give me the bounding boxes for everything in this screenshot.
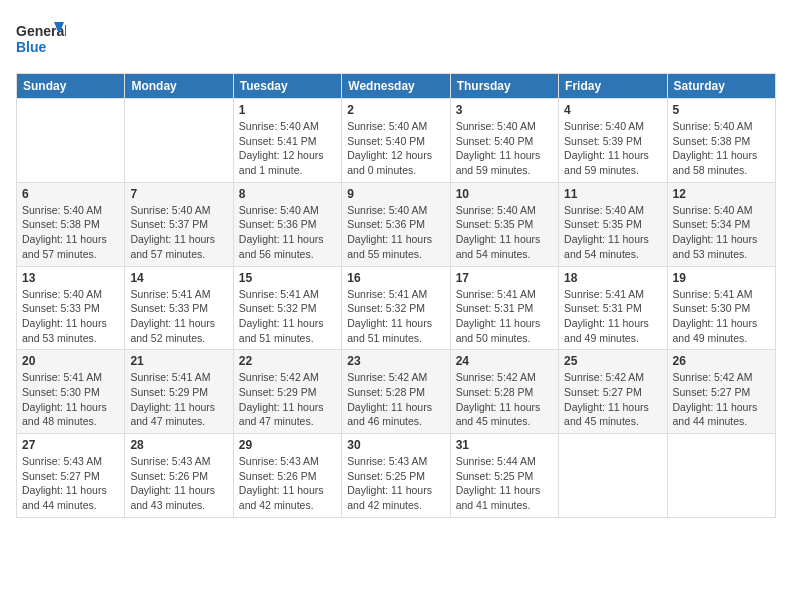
- header-saturday: Saturday: [667, 74, 775, 99]
- calendar-cell: 5Sunrise: 5:40 AM Sunset: 5:38 PM Daylig…: [667, 99, 775, 183]
- calendar-cell: 20Sunrise: 5:41 AM Sunset: 5:30 PM Dayli…: [17, 350, 125, 434]
- day-info: Sunrise: 5:44 AM Sunset: 5:25 PM Dayligh…: [456, 454, 553, 513]
- header-wednesday: Wednesday: [342, 74, 450, 99]
- week-row-0: 1Sunrise: 5:40 AM Sunset: 5:41 PM Daylig…: [17, 99, 776, 183]
- day-number: 12: [673, 187, 770, 201]
- header-monday: Monday: [125, 74, 233, 99]
- day-info: Sunrise: 5:42 AM Sunset: 5:27 PM Dayligh…: [673, 370, 770, 429]
- day-number: 23: [347, 354, 444, 368]
- day-number: 17: [456, 271, 553, 285]
- day-info: Sunrise: 5:40 AM Sunset: 5:38 PM Dayligh…: [673, 119, 770, 178]
- day-info: Sunrise: 5:43 AM Sunset: 5:25 PM Dayligh…: [347, 454, 444, 513]
- day-info: Sunrise: 5:41 AM Sunset: 5:32 PM Dayligh…: [239, 287, 336, 346]
- day-number: 25: [564, 354, 661, 368]
- day-info: Sunrise: 5:41 AM Sunset: 5:33 PM Dayligh…: [130, 287, 227, 346]
- calendar-cell: 1Sunrise: 5:40 AM Sunset: 5:41 PM Daylig…: [233, 99, 341, 183]
- calendar-cell: 24Sunrise: 5:42 AM Sunset: 5:28 PM Dayli…: [450, 350, 558, 434]
- day-number: 21: [130, 354, 227, 368]
- day-info: Sunrise: 5:42 AM Sunset: 5:28 PM Dayligh…: [347, 370, 444, 429]
- calendar-cell: 2Sunrise: 5:40 AM Sunset: 5:40 PM Daylig…: [342, 99, 450, 183]
- calendar-cell: 28Sunrise: 5:43 AM Sunset: 5:26 PM Dayli…: [125, 434, 233, 518]
- calendar-cell: 16Sunrise: 5:41 AM Sunset: 5:32 PM Dayli…: [342, 266, 450, 350]
- calendar-cell: 25Sunrise: 5:42 AM Sunset: 5:27 PM Dayli…: [559, 350, 667, 434]
- day-number: 2: [347, 103, 444, 117]
- day-number: 31: [456, 438, 553, 452]
- header-row: SundayMondayTuesdayWednesdayThursdayFrid…: [17, 74, 776, 99]
- day-number: 22: [239, 354, 336, 368]
- day-number: 16: [347, 271, 444, 285]
- calendar-cell: 27Sunrise: 5:43 AM Sunset: 5:27 PM Dayli…: [17, 434, 125, 518]
- day-info: Sunrise: 5:40 AM Sunset: 5:36 PM Dayligh…: [239, 203, 336, 262]
- day-number: 7: [130, 187, 227, 201]
- day-number: 18: [564, 271, 661, 285]
- day-number: 19: [673, 271, 770, 285]
- calendar-cell: 10Sunrise: 5:40 AM Sunset: 5:35 PM Dayli…: [450, 182, 558, 266]
- calendar-table: SundayMondayTuesdayWednesdayThursdayFrid…: [16, 73, 776, 518]
- day-info: Sunrise: 5:41 AM Sunset: 5:32 PM Dayligh…: [347, 287, 444, 346]
- calendar-cell: 29Sunrise: 5:43 AM Sunset: 5:26 PM Dayli…: [233, 434, 341, 518]
- day-number: 14: [130, 271, 227, 285]
- day-number: 13: [22, 271, 119, 285]
- week-row-4: 27Sunrise: 5:43 AM Sunset: 5:27 PM Dayli…: [17, 434, 776, 518]
- day-info: Sunrise: 5:40 AM Sunset: 5:38 PM Dayligh…: [22, 203, 119, 262]
- calendar-cell: [17, 99, 125, 183]
- day-info: Sunrise: 5:40 AM Sunset: 5:39 PM Dayligh…: [564, 119, 661, 178]
- day-number: 4: [564, 103, 661, 117]
- day-info: Sunrise: 5:40 AM Sunset: 5:40 PM Dayligh…: [347, 119, 444, 178]
- calendar-cell: 13Sunrise: 5:40 AM Sunset: 5:33 PM Dayli…: [17, 266, 125, 350]
- day-info: Sunrise: 5:43 AM Sunset: 5:26 PM Dayligh…: [239, 454, 336, 513]
- day-number: 30: [347, 438, 444, 452]
- calendar-cell: 26Sunrise: 5:42 AM Sunset: 5:27 PM Dayli…: [667, 350, 775, 434]
- day-number: 28: [130, 438, 227, 452]
- day-info: Sunrise: 5:42 AM Sunset: 5:29 PM Dayligh…: [239, 370, 336, 429]
- day-number: 11: [564, 187, 661, 201]
- header-sunday: Sunday: [17, 74, 125, 99]
- day-number: 27: [22, 438, 119, 452]
- header-friday: Friday: [559, 74, 667, 99]
- day-info: Sunrise: 5:42 AM Sunset: 5:27 PM Dayligh…: [564, 370, 661, 429]
- day-info: Sunrise: 5:40 AM Sunset: 5:34 PM Dayligh…: [673, 203, 770, 262]
- day-number: 5: [673, 103, 770, 117]
- logo: GeneralBlue: [16, 16, 66, 61]
- day-info: Sunrise: 5:43 AM Sunset: 5:26 PM Dayligh…: [130, 454, 227, 513]
- day-number: 1: [239, 103, 336, 117]
- calendar-cell: 7Sunrise: 5:40 AM Sunset: 5:37 PM Daylig…: [125, 182, 233, 266]
- day-info: Sunrise: 5:41 AM Sunset: 5:31 PM Dayligh…: [456, 287, 553, 346]
- day-info: Sunrise: 5:40 AM Sunset: 5:35 PM Dayligh…: [564, 203, 661, 262]
- calendar-cell: 22Sunrise: 5:42 AM Sunset: 5:29 PM Dayli…: [233, 350, 341, 434]
- calendar-cell: 19Sunrise: 5:41 AM Sunset: 5:30 PM Dayli…: [667, 266, 775, 350]
- calendar-cell: [125, 99, 233, 183]
- calendar-cell: 4Sunrise: 5:40 AM Sunset: 5:39 PM Daylig…: [559, 99, 667, 183]
- calendar-cell: [667, 434, 775, 518]
- day-number: 8: [239, 187, 336, 201]
- day-number: 9: [347, 187, 444, 201]
- day-number: 15: [239, 271, 336, 285]
- day-number: 29: [239, 438, 336, 452]
- calendar-cell: 15Sunrise: 5:41 AM Sunset: 5:32 PM Dayli…: [233, 266, 341, 350]
- header-tuesday: Tuesday: [233, 74, 341, 99]
- calendar-cell: 12Sunrise: 5:40 AM Sunset: 5:34 PM Dayli…: [667, 182, 775, 266]
- day-info: Sunrise: 5:40 AM Sunset: 5:36 PM Dayligh…: [347, 203, 444, 262]
- day-info: Sunrise: 5:41 AM Sunset: 5:30 PM Dayligh…: [673, 287, 770, 346]
- calendar-cell: 23Sunrise: 5:42 AM Sunset: 5:28 PM Dayli…: [342, 350, 450, 434]
- calendar-cell: 18Sunrise: 5:41 AM Sunset: 5:31 PM Dayli…: [559, 266, 667, 350]
- day-info: Sunrise: 5:40 AM Sunset: 5:37 PM Dayligh…: [130, 203, 227, 262]
- week-row-2: 13Sunrise: 5:40 AM Sunset: 5:33 PM Dayli…: [17, 266, 776, 350]
- calendar-cell: 21Sunrise: 5:41 AM Sunset: 5:29 PM Dayli…: [125, 350, 233, 434]
- calendar-cell: 30Sunrise: 5:43 AM Sunset: 5:25 PM Dayli…: [342, 434, 450, 518]
- day-number: 3: [456, 103, 553, 117]
- week-row-1: 6Sunrise: 5:40 AM Sunset: 5:38 PM Daylig…: [17, 182, 776, 266]
- day-number: 26: [673, 354, 770, 368]
- calendar-cell: 11Sunrise: 5:40 AM Sunset: 5:35 PM Dayli…: [559, 182, 667, 266]
- calendar-cell: 17Sunrise: 5:41 AM Sunset: 5:31 PM Dayli…: [450, 266, 558, 350]
- day-info: Sunrise: 5:40 AM Sunset: 5:41 PM Dayligh…: [239, 119, 336, 178]
- day-info: Sunrise: 5:40 AM Sunset: 5:35 PM Dayligh…: [456, 203, 553, 262]
- day-info: Sunrise: 5:41 AM Sunset: 5:31 PM Dayligh…: [564, 287, 661, 346]
- calendar-cell: 6Sunrise: 5:40 AM Sunset: 5:38 PM Daylig…: [17, 182, 125, 266]
- day-info: Sunrise: 5:40 AM Sunset: 5:40 PM Dayligh…: [456, 119, 553, 178]
- day-info: Sunrise: 5:42 AM Sunset: 5:28 PM Dayligh…: [456, 370, 553, 429]
- calendar-cell: 9Sunrise: 5:40 AM Sunset: 5:36 PM Daylig…: [342, 182, 450, 266]
- day-number: 6: [22, 187, 119, 201]
- day-number: 20: [22, 354, 119, 368]
- page-header: GeneralBlue: [16, 16, 776, 61]
